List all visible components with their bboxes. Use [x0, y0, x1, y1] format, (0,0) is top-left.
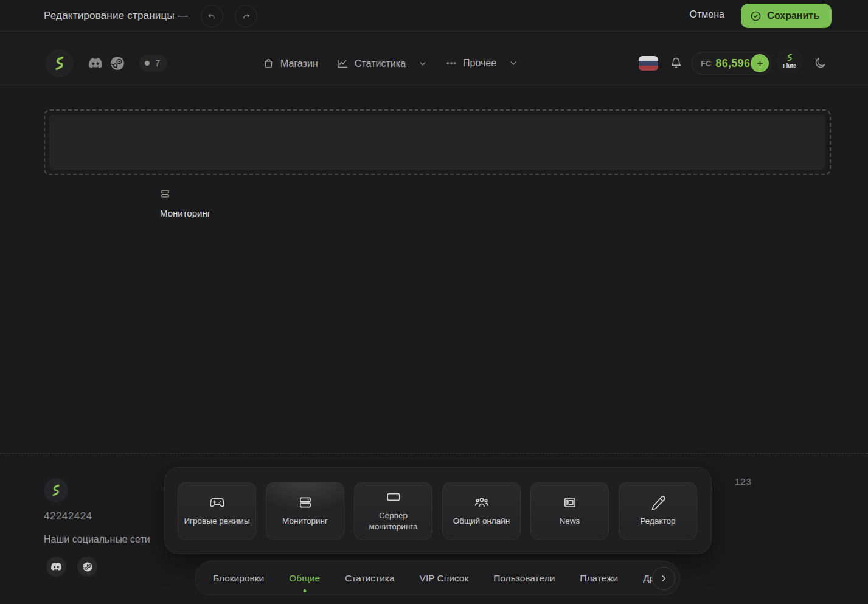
nav-stats-label: Статистика: [355, 58, 406, 69]
online-dot-icon: [145, 61, 150, 66]
tab-statistics[interactable]: Статистика: [345, 573, 394, 584]
widget-card-label: News: [560, 516, 580, 527]
redo-icon: [241, 12, 251, 21]
flute-logo-icon: [785, 53, 794, 62]
nav-item-shop[interactable]: Магазин: [263, 58, 318, 69]
tabs-scroll-next-button[interactable]: [652, 567, 675, 590]
placed-widget-label: Мониторинг: [160, 208, 210, 218]
save-button[interactable]: Сохранить: [741, 4, 832, 28]
footer-steam-button[interactable]: [77, 557, 97, 577]
steam-icon[interactable]: [109, 55, 125, 71]
server-icon: [160, 189, 210, 199]
tab-users[interactable]: Пользователи: [493, 573, 555, 584]
page-title: Редактирование страницы —: [44, 10, 188, 22]
plus-icon: [755, 59, 765, 68]
footer-site-id: 42242424: [44, 510, 92, 522]
undo-icon: [207, 12, 217, 21]
footer-logo-icon: [49, 484, 63, 497]
save-button-label: Сохранить: [767, 10, 819, 21]
editor-top-bar: Редактирование страницы — Отмена Сохрани…: [0, 0, 868, 32]
chevron-down-icon: [509, 58, 518, 68]
widget-card-editor[interactable]: Редактор: [619, 482, 697, 540]
notifications-bell-icon[interactable]: [670, 57, 682, 69]
line-chart-icon: [336, 58, 349, 70]
footer-logo: [44, 478, 68, 502]
nav-item-statistics[interactable]: Статистика: [336, 58, 428, 70]
tab-general[interactable]: Общие: [289, 573, 320, 584]
pencil-icon: [650, 495, 666, 510]
page-editor: Редактирование страницы — Отмена Сохрани…: [0, 0, 868, 604]
widget-card-news[interactable]: News: [530, 482, 609, 540]
redo-button[interactable]: [235, 5, 257, 27]
placed-widget-monitoring[interactable]: Мониторинг: [160, 189, 210, 218]
flag-stripe-red: [639, 66, 658, 71]
footer-discord-button[interactable]: [46, 557, 66, 577]
balance-currency: FC: [701, 59, 711, 68]
widget-card-game-modes[interactable]: Игровые режимы: [178, 482, 256, 540]
editor-tab-bar: Блокировки Общие Статистика VIP Список П…: [195, 561, 680, 595]
flute-brand-chip[interactable]: Flute: [776, 47, 803, 74]
widget-card-monitoring[interactable]: Мониторинг: [266, 482, 344, 540]
online-badge[interactable]: 7: [139, 55, 168, 72]
undo-button[interactable]: [201, 5, 223, 27]
flute-brand-label: Flute: [783, 63, 796, 69]
tab-vip-list[interactable]: VIP Список: [420, 573, 469, 584]
site-logo-icon: [52, 55, 68, 71]
cancel-button[interactable]: Отмена: [690, 9, 724, 20]
nav-more-label: Прочее: [463, 58, 496, 69]
users-icon: [474, 495, 490, 510]
theme-toggle-moon-icon[interactable]: [814, 57, 827, 69]
shopping-bag-icon: [263, 58, 274, 69]
site-nav-bar: 7 Магазин Статистика Прочее: [0, 32, 868, 85]
dots-icon: [446, 58, 457, 69]
discord-icon: [51, 561, 61, 572]
top-up-balance-button[interactable]: [751, 54, 769, 72]
check-circle-icon: [750, 10, 762, 22]
balance-amount: 86,596: [715, 57, 750, 70]
widget-card-label: Игровые режимы: [184, 516, 249, 527]
chevron-down-icon: [418, 59, 428, 69]
flag-stripe-white: [639, 56, 658, 61]
widget-card-total-online[interactable]: Общий онлайн: [442, 482, 521, 540]
monitor-icon: [386, 489, 401, 505]
widget-card-monitoring-server[interactable]: Сервер мониторинга: [354, 482, 432, 540]
widget-card-label: Общий онлайн: [453, 516, 510, 527]
page-indicator: 123: [735, 476, 752, 487]
widget-card-label: Редактор: [640, 516, 675, 527]
gamepad-icon: [209, 495, 225, 510]
discord-icon[interactable]: [89, 57, 102, 70]
widget-drop-zone[interactable]: [44, 109, 831, 175]
tab-blocks[interactable]: Блокировки: [213, 573, 264, 584]
widget-card-label: Сервер мониторинга: [357, 510, 430, 532]
widget-card-label: Мониторинг: [282, 516, 328, 527]
steam-icon: [82, 561, 93, 572]
widgets-picker-panel: Игровые режимы Мониторинг Сервер монитор…: [164, 467, 712, 554]
online-count: 7: [155, 58, 160, 68]
news-icon: [562, 495, 578, 510]
drop-zone-placeholder: [49, 115, 825, 170]
nav-shop-label: Магазин: [280, 58, 318, 69]
nav-item-more[interactable]: Прочее: [446, 58, 518, 69]
site-logo[interactable]: [46, 49, 74, 77]
balance-pill: FC 86,596: [692, 52, 771, 75]
language-flag-ru[interactable]: [639, 56, 658, 71]
tab-payments[interactable]: Платежи: [580, 573, 618, 584]
footer-socials-title: Наши социальные сети: [44, 534, 150, 545]
flag-stripe-blue: [639, 61, 658, 66]
server-icon: [297, 495, 313, 510]
chevron-right-icon: [659, 574, 668, 583]
